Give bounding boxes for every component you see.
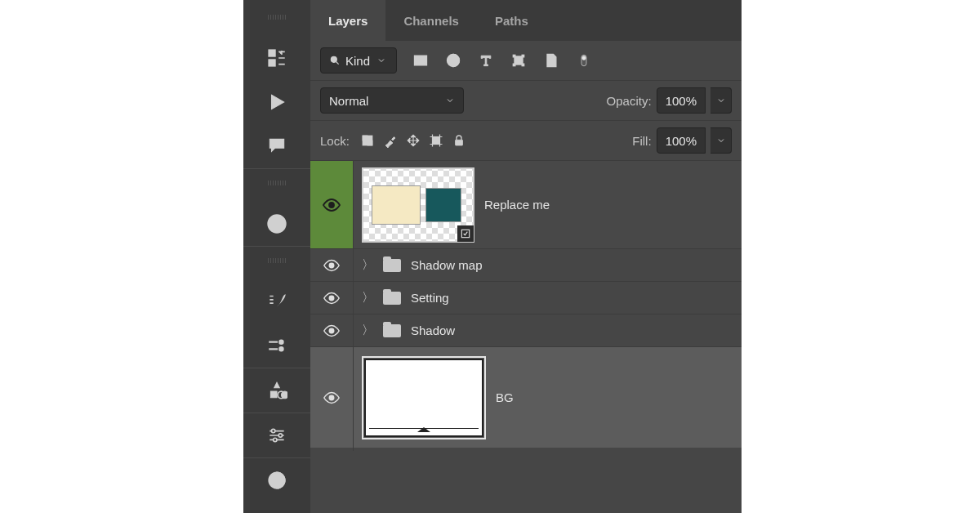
actions-icon[interactable] [266,91,287,113]
panel-area: Layers Channels Paths Kind [243,0,742,513]
lock-pixels-icon[interactable] [379,133,402,148]
fill-value[interactable]: 100% [657,127,706,154]
svg-point-12 [416,57,419,60]
svg-point-31 [329,395,334,400]
layer-name[interactable]: Setting [411,291,449,305]
svg-point-5 [279,347,283,350]
lock-label: Lock: [320,134,350,148]
svg-rect-16 [522,55,524,57]
lock-artboard-icon[interactable] [425,133,448,148]
layer-row-shadow[interactable]: 〉 Shadow [310,314,742,346]
layer-row-setting[interactable]: 〉 Setting [310,281,742,314]
panel-drag-handle[interactable] [268,181,286,185]
blank-left [0,0,243,513]
svg-rect-0 [269,50,275,56]
svg-point-30 [329,328,334,333]
filter-type-icon[interactable] [477,51,495,69]
fill-label: Fill: [632,134,651,148]
svg-rect-23 [368,141,372,145]
svg-rect-15 [513,55,515,57]
svg-point-28 [329,263,334,268]
expand-group-icon[interactable]: 〉 [362,257,373,273]
lock-transparency-icon[interactable] [356,133,379,148]
layer-list: Replace me 〉 Shadow map [310,160,742,448]
blend-mode-value: Normal [329,94,368,108]
layers-panel: Layers Channels Paths Kind [310,0,742,513]
opacity-label: Opacity: [607,94,652,108]
visibility-toggle[interactable] [310,314,353,346]
layer-thumbnail[interactable] [362,167,474,243]
layer-name[interactable]: Shadow map [411,258,483,272]
filter-toggle-switch[interactable] [575,51,593,69]
layer-row-shadow-map[interactable]: 〉 Shadow map [310,248,742,281]
layer-filter-row: Kind [310,41,742,80]
panel-tabs: Layers Channels Paths [310,0,742,41]
folder-icon [383,259,401,272]
svg-point-6 [272,429,275,432]
brush-presets-icon[interactable] [266,291,287,312]
folder-icon [383,292,401,305]
svg-point-26 [329,203,334,207]
tab-channels[interactable]: Channels [385,0,477,41]
filter-smartobject-icon[interactable] [542,51,560,69]
layer-row-replace-me[interactable]: Replace me [310,160,742,248]
contrast-icon[interactable] [266,470,287,491]
shape-properties-icon[interactable] [266,380,287,401]
expand-group-icon[interactable]: 〉 [362,323,373,338]
layer-name[interactable]: Replace me [484,198,550,212]
svg-rect-22 [363,136,368,141]
info-icon[interactable] [266,213,287,234]
svg-point-8 [274,438,277,441]
svg-rect-25 [455,140,462,145]
adjustments-icon[interactable] [266,425,287,446]
layer-name[interactable]: Shadow [411,323,455,337]
filter-adjustment-icon[interactable] [444,51,462,69]
tab-layers[interactable]: Layers [310,0,385,41]
vertical-toolbar [243,0,310,513]
layer-row-bg[interactable]: BG [310,346,742,448]
svg-rect-24 [432,137,439,145]
smart-object-badge-icon [457,225,474,242]
filter-kind-dropdown[interactable]: Kind [320,47,397,74]
panel-drag-handle[interactable] [268,15,286,20]
expand-group-icon[interactable]: 〉 [362,290,373,306]
folder-icon [383,324,401,337]
panel-drag-handle[interactable] [268,258,286,263]
blend-mode-dropdown[interactable]: Normal [320,87,464,114]
lock-all-icon[interactable] [448,133,470,148]
svg-point-29 [329,296,334,301]
svg-marker-2 [272,95,284,109]
brush-settings-icon[interactable] [266,335,287,356]
svg-point-10 [331,56,336,62]
fill-flyout[interactable] [710,127,732,154]
opacity-flyout[interactable] [710,87,732,114]
comments-icon[interactable] [266,136,287,157]
blend-row: Normal Opacity: 100% [310,80,742,120]
lock-row: Lock: Fill: 100% [310,120,742,160]
svg-point-20 [582,56,586,60]
app-root: Layers Channels Paths Kind [0,0,980,513]
filter-shape-icon[interactable] [510,51,528,69]
svg-rect-1 [269,60,275,66]
filter-pixel-icon[interactable] [412,51,430,69]
visibility-toggle[interactable] [310,161,353,248]
tab-paths[interactable]: Paths [477,0,546,41]
blank-right [742,0,980,513]
svg-point-7 [278,434,282,437]
history-icon[interactable] [266,47,287,69]
svg-rect-18 [522,64,524,66]
svg-point-4 [279,341,283,344]
svg-rect-17 [513,64,515,66]
visibility-toggle[interactable] [310,347,353,448]
visibility-toggle[interactable] [310,282,353,314]
opacity-value[interactable]: 100% [657,87,706,114]
lock-position-icon[interactable] [402,133,425,148]
layer-name[interactable]: BG [496,390,514,404]
visibility-toggle[interactable] [310,249,353,281]
filter-kind-label: Kind [345,54,370,68]
layer-thumbnail[interactable] [362,356,486,439]
